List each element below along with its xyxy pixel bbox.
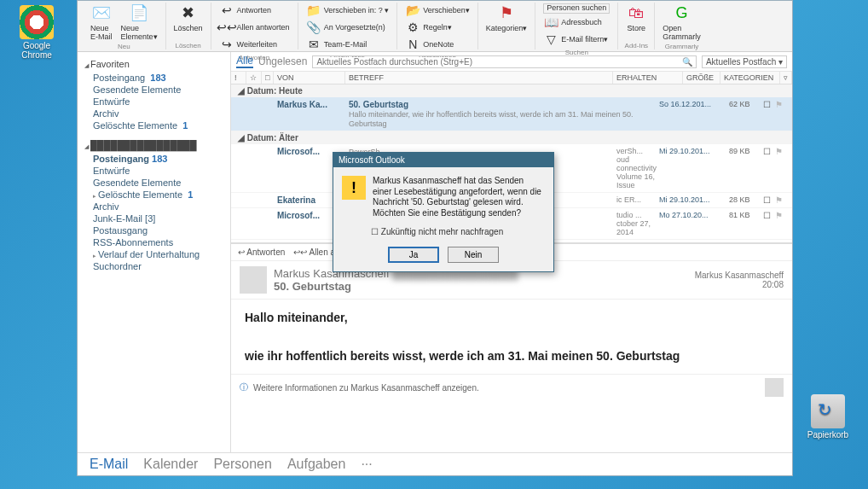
desktop-label: Google Chrome (7, 41, 67, 60)
nav-deleted-2[interactable]: Gelöschte Elemente 1 (84, 189, 223, 201)
ribbon: ✉️Neue E-Mail 📄Neue Elemente▾ Neu ✖Lösch… (78, 1, 792, 52)
ribbon-group-label: Add-Ins (625, 42, 649, 49)
message-row[interactable]: Markus Ka... 50. GeburtstagHallo miteina… (231, 97, 792, 131)
rules-button[interactable]: ⚙Regeln▾ (402, 20, 472, 37)
recycle-bin-icon (811, 394, 845, 428)
read-receipt-dialog: Microsoft Outlook ! Markus Kasanmascheff… (333, 152, 554, 272)
ribbon-group-label: Löschen (175, 42, 200, 49)
desktop-icon-chrome[interactable]: Google Chrome (7, 5, 67, 60)
column-headers: !☆□ VON BETREFF ERHALTEN GRÖßE KATEGORIE… (231, 72, 792, 84)
ribbon-group-label: Neu (118, 43, 130, 50)
move-icon: 📂 (405, 3, 420, 19)
search-icon[interactable]: 🔍 (682, 57, 692, 67)
reply-button[interactable]: ↩Antworten (217, 3, 292, 20)
dialog-text: Markus Kasanmascheff hat das Senden eine… (373, 176, 545, 218)
nav-drafts[interactable]: Entwürfe (84, 96, 223, 108)
move-button[interactable]: 📂Verschieben▾ (402, 3, 472, 20)
filter-mail-button[interactable]: ▽E-Mail filtern▾ (541, 32, 612, 49)
store-button[interactable]: 🛍Store (623, 3, 649, 34)
nav-favorites[interactable]: Favoriten (84, 59, 223, 69)
nav-calendar[interactable]: Kalender (143, 457, 198, 472)
forward-icon: ↪ (219, 38, 234, 53)
rules-icon: ⚙ (405, 20, 420, 36)
book-icon: 📖 (543, 15, 558, 31)
no-button[interactable]: Nein (448, 247, 499, 263)
manager-icon: 📎 (306, 20, 321, 36)
dialog-title: Microsoft Outlook (333, 153, 553, 167)
nav-sent-2[interactable]: Gesendete Elemente (84, 177, 223, 189)
desktop-icon-recycle-bin[interactable]: Papierkorb (798, 394, 858, 440)
reply-all-button[interactable]: ↩↩Allen antworten (217, 20, 292, 37)
flag-icon[interactable]: ⚑ (775, 100, 789, 109)
nav-rss[interactable]: RSS-Abonnements (84, 236, 223, 248)
search-people-input[interactable]: Personen suchen (541, 3, 612, 15)
address-book-button[interactable]: 📖Adressbuch (541, 15, 612, 32)
onenote-button[interactable]: NOneNote (402, 37, 472, 54)
info-icon: ⓘ (240, 381, 248, 393)
dialog-checkbox[interactable]: ☐ Zukünftig nicht mehr nachfragen (333, 227, 553, 242)
nav-archive[interactable]: Archiv (84, 108, 223, 119)
bottom-nav: E-Mail Kalender Personen Aufgaben ··· (78, 452, 792, 475)
nav-search-folders[interactable]: Suchordner (84, 260, 223, 272)
nav-inbox-2[interactable]: Posteingang 183 (84, 153, 223, 165)
nav-account[interactable]: ████████████████ (84, 140, 223, 150)
reading-time: 20:08 (695, 280, 784, 289)
move-to-button[interactable]: 📁Verschieben in: ? ▾ (304, 3, 392, 20)
folder-icon: 📁 (306, 3, 321, 19)
delete-icon: ✖ (178, 3, 199, 24)
nav-mail[interactable]: E-Mail (90, 457, 128, 472)
chrome-icon (20, 5, 54, 39)
mail-icon: ✉️ (91, 3, 112, 24)
folder-nav: Favoriten Posteingang 183 Gesendete Elem… (78, 52, 231, 452)
nav-outbox[interactable]: Postausgang (84, 224, 223, 236)
new-mail-button[interactable]: ✉️Neue E-Mail (88, 3, 115, 43)
avatar-small (765, 378, 784, 397)
nav-tasks[interactable]: Aufgaben (287, 457, 346, 472)
items-icon: 📄 (129, 3, 149, 24)
to-manager-button[interactable]: 📎An Vorgesetzte(n) (304, 20, 392, 37)
group-header[interactable]: ◢ Datum: Heute (231, 84, 792, 97)
nav-junk[interactable]: Junk-E-Mail [3] (84, 212, 223, 224)
yes-button[interactable]: Ja (388, 247, 439, 263)
search-field[interactable] (316, 57, 682, 67)
reply-icon: ↩ (219, 3, 234, 19)
team-icon: ✉ (306, 38, 321, 53)
reading-body: Hallo miteinander, wie ihr hoffentlich b… (231, 300, 792, 374)
tab-unread[interactable]: Ungelesen (258, 55, 307, 67)
grammarly-icon: G (672, 3, 692, 24)
delete-button[interactable]: ✖Löschen (171, 3, 205, 34)
reading-to: Markus Kasanmascheff (695, 271, 784, 280)
new-items-button[interactable]: 📄Neue Elemente▾ (119, 3, 160, 43)
nav-conversation[interactable]: Verlauf der Unterhaltung (84, 248, 223, 260)
tab-all[interactable]: Alle (236, 55, 253, 68)
forward-button[interactable]: ↪Weiterleiten (217, 37, 292, 54)
filter-icon: ▽ (543, 32, 558, 48)
nav-people[interactable]: Personen (213, 457, 272, 472)
search-input[interactable]: 🔍 (312, 55, 697, 68)
group-header[interactable]: ◢ Datum: Älter (231, 131, 792, 144)
search-scope[interactable]: Aktuelles Postfach ▾ (702, 55, 787, 68)
nav-drafts-2[interactable]: Entwürfe (84, 165, 223, 177)
nav-deleted[interactable]: Gelöschte Elemente 1 (84, 119, 223, 131)
team-mail-button[interactable]: ✉Team-E-Mail (304, 37, 392, 54)
reply-all-icon: ↩↩ (219, 20, 234, 36)
reading-pane: ↩ Antworten ↩↩ Allen antworten ↪ Weiterl… (231, 243, 792, 452)
desktop-label: Papierkorb (798, 430, 858, 440)
store-icon: 🛍 (626, 3, 646, 24)
onenote-icon: N (405, 38, 420, 53)
nav-archive-2[interactable]: Archiv (84, 201, 223, 212)
ribbon-group-label: Grammarly (665, 43, 699, 50)
flag-icon: ⚑ (496, 3, 517, 24)
reading-info-bar[interactable]: ⓘ Weitere Informationen zu Markus Kasanm… (231, 374, 792, 400)
reading-subject: 50. Geburtstag (274, 280, 518, 293)
warning-icon: ! (342, 176, 366, 200)
avatar (240, 266, 267, 294)
nav-sent[interactable]: Gesendete Elemente (84, 84, 223, 96)
nav-more[interactable]: ··· (361, 457, 372, 472)
nav-inbox[interactable]: Posteingang 183 (84, 72, 223, 84)
categories-button[interactable]: ⚑Kategorien▾ (483, 3, 530, 34)
reading-reply[interactable]: ↩ Antworten (238, 247, 285, 257)
grammarly-button[interactable]: GOpen Grammarly (660, 3, 703, 43)
